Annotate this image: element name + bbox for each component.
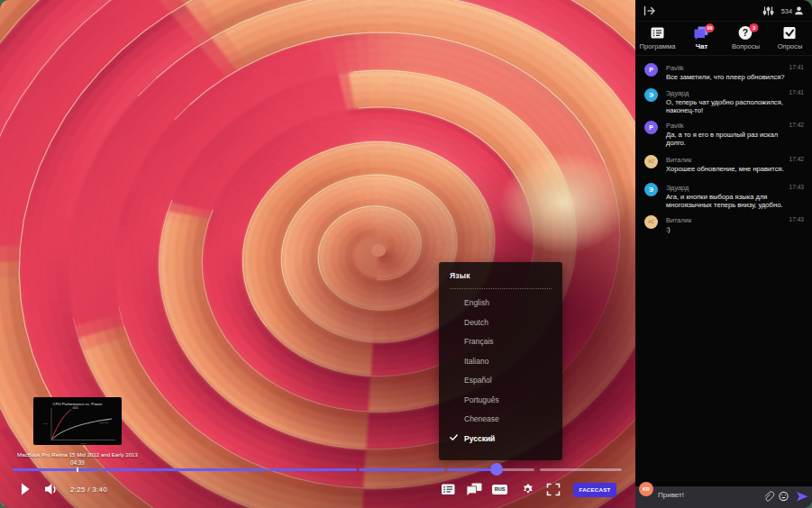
svg-text:Perf: Perf <box>43 422 48 425</box>
svg-text:CPU Performance vs. Power: CPU Performance vs. Power <box>53 402 103 406</box>
svg-text:534: 534 <box>781 7 792 15</box>
svg-text:nang-nse: nang-nse <box>99 422 109 424</box>
svg-text:Power: Power <box>80 442 87 445</box>
svg-text:4600: 4600 <box>73 406 79 410</box>
